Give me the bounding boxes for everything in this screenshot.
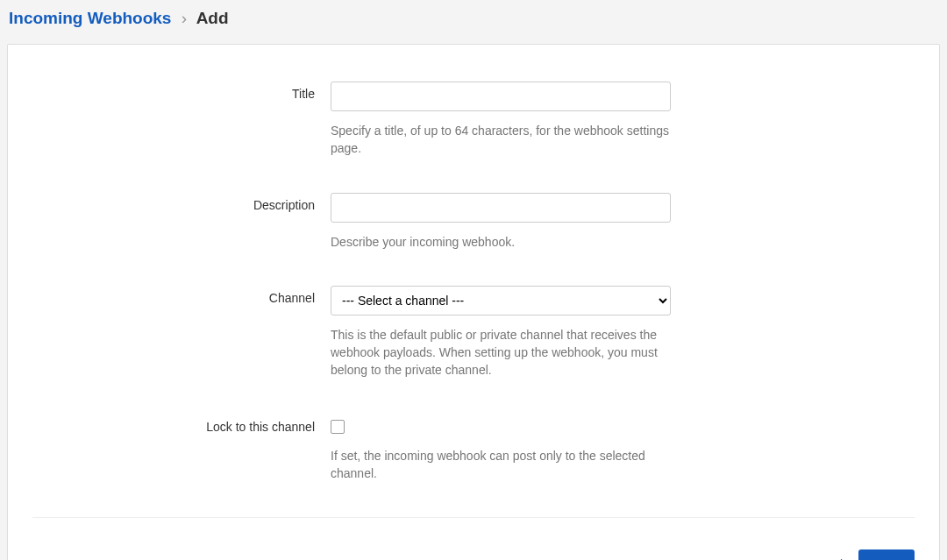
lock-label: Lock to this channel [32,415,331,483]
channel-label: Channel [32,286,331,379]
breadcrumb: Incoming Webhooks › Add [0,0,947,44]
title-input[interactable] [331,82,671,111]
title-help: Specify a title, of up to 64 characters,… [331,122,671,158]
description-row: Description Describe your incoming webho… [32,193,915,251]
lock-checkbox[interactable] [331,420,345,434]
description-label: Description [32,193,331,251]
form-panel: Title Specify a title, of up to 64 chara… [7,44,940,560]
lock-help: If set, the incoming webhook can post on… [331,447,671,483]
form-footer: Cancel Save [32,517,915,560]
title-label: Title [32,82,331,158]
description-input[interactable] [331,193,671,223]
lock-row: Lock to this channel If set, the incomin… [32,415,915,483]
channel-select[interactable]: --- Select a channel --- [331,286,671,315]
description-help: Describe your incoming webhook. [331,233,671,251]
chevron-right-icon: › [182,9,187,27]
channel-help: This is the default public or private ch… [331,326,671,379]
save-button[interactable]: Save [858,549,915,560]
breadcrumb-current: Add [196,9,229,27]
channel-row: Channel --- Select a channel --- This is… [32,286,915,379]
title-row: Title Specify a title, of up to 64 chara… [32,82,915,158]
breadcrumb-parent-link[interactable]: Incoming Webhooks [9,9,171,27]
